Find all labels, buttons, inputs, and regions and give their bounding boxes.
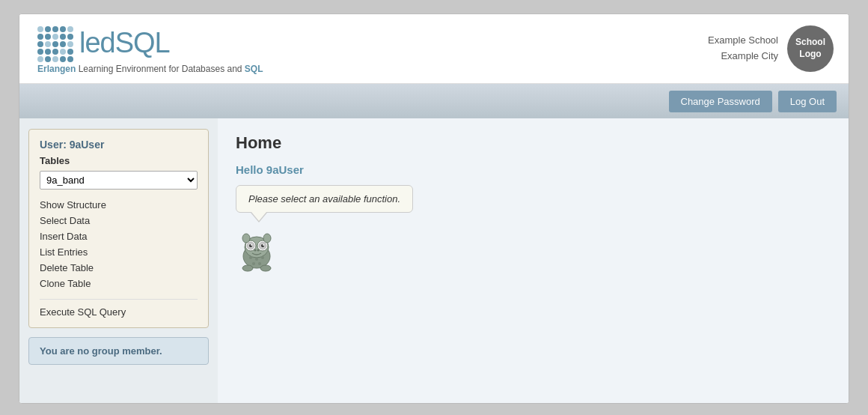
hello-text: Hello 9aUser xyxy=(236,163,831,176)
page-title: Home xyxy=(236,133,831,153)
sidebar-tables-label: Tables xyxy=(40,155,198,166)
svg-point-4 xyxy=(67,26,73,32)
sidebar: User: 9aUser Tables 9a_band Show Structu… xyxy=(19,118,218,403)
logo-subtitle: Erlangen Learning Environment for Databa… xyxy=(34,64,263,74)
subtitle-sql: SQL xyxy=(245,64,263,74)
subtitle-bold: Erlangen xyxy=(37,64,76,74)
svg-point-22 xyxy=(52,56,58,62)
svg-point-38 xyxy=(255,258,258,261)
header: ledSQL Erlangen Learning Environment for… xyxy=(19,14,849,84)
svg-point-18 xyxy=(60,49,66,55)
mascot-icon xyxy=(236,231,278,273)
school-city: Example City xyxy=(708,49,778,64)
svg-point-5 xyxy=(37,34,43,40)
instruction-text: Please select an available function. xyxy=(248,193,400,205)
svg-point-15 xyxy=(37,49,43,55)
sidebar-link-delete-table[interactable]: Delete Table xyxy=(40,261,198,274)
svg-point-24 xyxy=(67,56,73,62)
svg-point-45 xyxy=(260,265,271,271)
sidebar-link-execute-sql[interactable]: Execute SQL Query xyxy=(40,306,198,318)
speech-bubble: Please select an available function. xyxy=(236,185,413,213)
svg-point-11 xyxy=(45,41,51,47)
svg-point-9 xyxy=(67,34,73,40)
svg-point-35 xyxy=(254,249,257,252)
sidebar-user-label: User: 9aUser xyxy=(40,139,198,151)
svg-point-43 xyxy=(263,234,271,243)
svg-point-42 xyxy=(242,234,250,243)
svg-point-13 xyxy=(60,41,66,47)
svg-point-21 xyxy=(45,56,51,62)
svg-point-34 xyxy=(263,244,264,246)
svg-point-0 xyxy=(37,26,43,32)
svg-point-8 xyxy=(60,34,66,40)
svg-point-3 xyxy=(60,26,66,32)
sidebar-link-select-data[interactable]: Select Data xyxy=(40,214,198,227)
logo-area: ledSQL Erlangen Learning Environment for… xyxy=(34,23,263,74)
svg-point-7 xyxy=(52,34,58,40)
svg-point-30 xyxy=(251,244,252,246)
change-password-button[interactable]: Change Password xyxy=(669,91,772,112)
sidebar-link-clone-table[interactable]: Clone Table xyxy=(40,277,198,290)
svg-point-20 xyxy=(37,56,43,62)
subtitle-rest: Learning Environment for Databases and xyxy=(76,64,244,74)
group-label: You are no group member. xyxy=(40,345,162,357)
table-select[interactable]: 9a_band xyxy=(40,171,198,190)
svg-point-39 xyxy=(261,256,264,259)
svg-point-40 xyxy=(252,262,255,265)
sidebar-main-panel: User: 9aUser Tables 9a_band Show Structu… xyxy=(28,129,209,328)
svg-point-12 xyxy=(52,41,58,47)
nav-bar: Change Password Log Out xyxy=(19,84,849,118)
sidebar-links: Show Structure Select Data Insert Data L… xyxy=(40,199,198,318)
svg-point-6 xyxy=(45,34,51,40)
school-info: Example School Example City SchoolLogo xyxy=(708,25,834,72)
svg-point-17 xyxy=(52,49,58,55)
school-logo: SchoolLogo xyxy=(787,25,834,72)
sidebar-divider xyxy=(40,299,198,300)
svg-point-14 xyxy=(67,41,73,47)
svg-point-10 xyxy=(37,41,43,47)
svg-point-23 xyxy=(60,56,66,62)
svg-point-37 xyxy=(249,256,252,259)
app-container: ledSQL Erlangen Learning Environment for… xyxy=(19,13,849,404)
svg-point-19 xyxy=(67,49,73,55)
svg-point-36 xyxy=(257,249,260,252)
svg-point-44 xyxy=(242,265,253,271)
svg-point-2 xyxy=(52,26,58,32)
sidebar-link-show-structure[interactable]: Show Structure xyxy=(40,199,198,211)
logout-button[interactable]: Log Out xyxy=(778,91,837,112)
sidebar-link-insert-data[interactable]: Insert Data xyxy=(40,230,198,243)
main-area: User: 9aUser Tables 9a_band Show Structu… xyxy=(19,118,849,403)
svg-point-16 xyxy=(45,49,51,55)
group-panel: You are no group member. xyxy=(28,337,209,365)
logo-title: ledSQL xyxy=(34,23,263,62)
sidebar-link-list-entries[interactable]: List Entries xyxy=(40,246,198,258)
school-text: Example School Example City xyxy=(708,33,778,64)
content-area: Home Hello 9aUser Please select an avail… xyxy=(218,118,849,403)
svg-point-41 xyxy=(258,262,261,265)
logo-icon xyxy=(34,23,73,62)
svg-point-1 xyxy=(45,26,51,32)
logo-text: ledSQL xyxy=(79,27,170,59)
school-name: Example School xyxy=(708,33,778,49)
